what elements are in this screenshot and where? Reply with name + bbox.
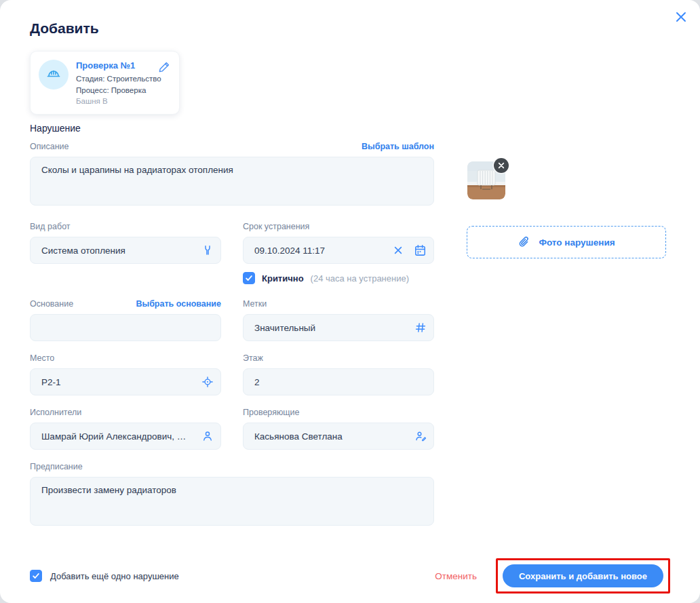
floor-label: Этаж <box>243 353 263 363</box>
section-title: Нарушение <box>30 123 81 134</box>
add-another-checkbox[interactable] <box>30 570 42 582</box>
inspection-card-text: Проверка №1 Стадия: Строительство Процес… <box>76 60 161 107</box>
close-icon <box>674 10 691 24</box>
paperclip-icon <box>518 235 531 249</box>
executors-label: Исполнители <box>30 408 81 417</box>
photo-panel: Фото нарушения <box>467 161 666 258</box>
basis-label: Основание <box>30 299 73 309</box>
person-icon[interactable] <box>201 430 214 442</box>
reviewers-input[interactable] <box>243 423 434 450</box>
person-edit-icon[interactable] <box>414 430 427 442</box>
inspection-title[interactable]: Проверка №1 <box>76 60 161 71</box>
place-label: Место <box>30 353 54 363</box>
critical-label: Критично <box>262 273 304 284</box>
deadline-input[interactable] <box>243 237 434 264</box>
photo-thumbnail[interactable] <box>467 161 505 199</box>
description-textarea[interactable]: Сколы и царапины на радиаторах отопления <box>30 157 434 206</box>
attach-photo-button[interactable]: Фото нарушения <box>467 226 666 258</box>
place-input[interactable] <box>30 368 221 395</box>
tags-label: Метки <box>243 299 267 309</box>
violation-form: Описание Выбрать шаблон Сколы и царапины… <box>30 142 434 528</box>
clear-date-icon[interactable] <box>393 245 404 256</box>
choose-basis-link[interactable]: Выбрать основание <box>136 299 221 309</box>
crosshair-icon[interactable] <box>201 376 214 388</box>
close-button[interactable] <box>674 9 691 25</box>
dialog-footer: Добавить ещё одно нарушение Отменить Сох… <box>30 558 670 594</box>
cancel-button[interactable]: Отменить <box>431 568 481 584</box>
save-and-add-button[interactable]: Сохранить и добавить новое <box>503 564 663 587</box>
calendar-icon[interactable] <box>414 244 427 257</box>
page-title: Добавить <box>30 20 99 37</box>
executors-input[interactable] <box>30 423 221 450</box>
critical-checkbox[interactable] <box>243 272 255 284</box>
basis-input[interactable] <box>30 314 221 341</box>
description-label: Описание <box>30 142 69 151</box>
add-another-label: Добавить ещё одно нарушение <box>50 571 179 581</box>
remove-photo-button[interactable] <box>494 158 509 173</box>
inspection-process: Процесс: Проверка <box>76 85 161 96</box>
reviewers-label: Проверяющие <box>243 408 300 417</box>
hard-hat-icon <box>39 60 69 90</box>
remove-photo-x-icon <box>498 162 505 169</box>
deadline-label: Срок устранения <box>243 222 309 231</box>
pencil-icon <box>158 60 171 73</box>
prescription-label: Предписание <box>30 462 83 471</box>
hash-icon[interactable] <box>414 322 427 334</box>
prescription-textarea[interactable]: Произвести замену радиаторов <box>30 477 434 526</box>
attach-photo-label: Фото нарушения <box>539 237 615 248</box>
add-violation-dialog: Добавить Проверка №1 Стадия: Строительст… <box>0 0 700 603</box>
tags-input[interactable] <box>243 314 434 341</box>
inspection-location: Башня В <box>76 96 161 107</box>
inspection-card[interactable]: Проверка №1 Стадия: Строительство Процес… <box>30 51 180 115</box>
work-type-input[interactable] <box>30 237 221 264</box>
work-type-label: Вид работ <box>30 222 71 231</box>
choose-template-link[interactable]: Выбрать шаблон <box>362 142 434 151</box>
critical-hint: (24 часа на устранение) <box>311 273 409 284</box>
edit-inspection-button[interactable] <box>158 60 171 73</box>
wrench-icon[interactable] <box>201 244 214 256</box>
inspection-stage: Стадия: Строительство <box>76 73 161 85</box>
highlight-annotation: Сохранить и добавить новое <box>496 558 670 594</box>
floor-input[interactable] <box>243 368 434 395</box>
